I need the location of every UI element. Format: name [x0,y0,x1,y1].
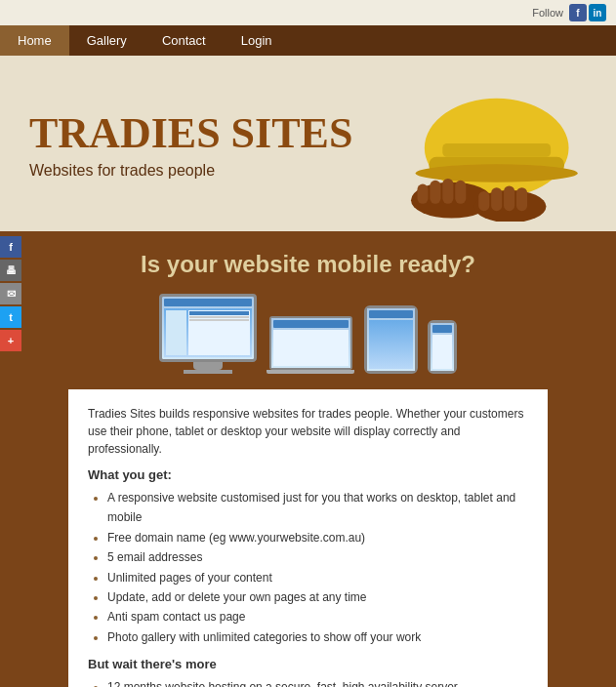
top-bar: Follow f in [0,0,616,25]
hero-subtitle: Websites for trades people [29,162,352,180]
left-twitter-btn[interactable]: t [0,306,21,328]
tablet-device [364,305,418,374]
left-print-btn[interactable]: 🖶 [0,260,21,281]
more-features-list: 12 months website hosting on a secure, f… [107,677,528,687]
svg-rect-2 [442,143,551,157]
what-you-get-heading: What you get: [88,467,528,482]
phone-screen [428,320,457,374]
feature-item: Free domain name (eg www.yourwebsite.com… [107,528,528,547]
laptop-device [267,316,354,374]
svg-rect-13 [516,187,527,211]
svg-rect-11 [491,187,502,211]
nav-gallery[interactable]: Gallery [69,25,144,56]
svg-rect-10 [478,191,489,211]
facebook-topbar-icon[interactable]: f [569,4,587,21]
laptop-screen [269,316,352,370]
feature-item: Photo gallery with unlimited categories … [107,627,528,647]
main-section: Is your website mobile ready? [0,231,616,687]
monitor-base [184,370,232,374]
nav-home[interactable]: Home [0,25,69,56]
monitor-device [159,294,257,374]
left-email-btn[interactable]: ✉ [0,283,21,304]
hero-image [352,65,587,222]
main-headline: Is your website mobile ready? [78,251,538,278]
svg-rect-7 [430,181,440,204]
laptop-base [267,370,354,374]
follow-label: Follow [532,7,563,19]
content-box: Tradies Sites builds responsive websites… [68,389,548,687]
nav-contact[interactable]: Contact [144,25,224,56]
svg-rect-12 [504,185,514,211]
phone-device [428,320,457,374]
feature-item: 5 email addresses [107,547,528,567]
nav-login[interactable]: Login [224,25,290,56]
more-feature-item: 12 months website hosting on a secure, f… [107,677,528,687]
devices-illustration [78,294,538,374]
left-social-bar: f 🖶 ✉ t + [0,236,21,353]
left-facebook-btn[interactable]: f [0,236,21,258]
more-heading: But wait there's more [88,657,528,671]
feature-item: Unlimited pages of your content [107,568,528,587]
feature-item: Anti spam contact us page [107,607,528,626]
svg-point-3 [416,164,578,182]
monitor-screen [159,294,257,362]
svg-rect-8 [442,179,453,204]
hero-title: TRADIES SITES [29,108,352,158]
linkedin-topbar-icon[interactable]: in [589,4,606,21]
intro-text: Tradies Sites builds responsive websites… [88,405,528,458]
monitor-stand [193,362,223,370]
svg-rect-6 [417,184,428,204]
feature-item: Update, add or delete your own pages at … [107,587,528,607]
tablet-screen [364,305,418,374]
hero-section: TRADIES SITES Websites for trades people [0,56,616,231]
svg-rect-9 [455,181,466,204]
main-nav: Home Gallery Contact Login [0,25,616,56]
feature-item: A responsive website customised just for… [107,488,528,528]
left-plus-btn[interactable]: + [0,330,21,351]
features-list: A responsive website customised just for… [107,488,528,647]
